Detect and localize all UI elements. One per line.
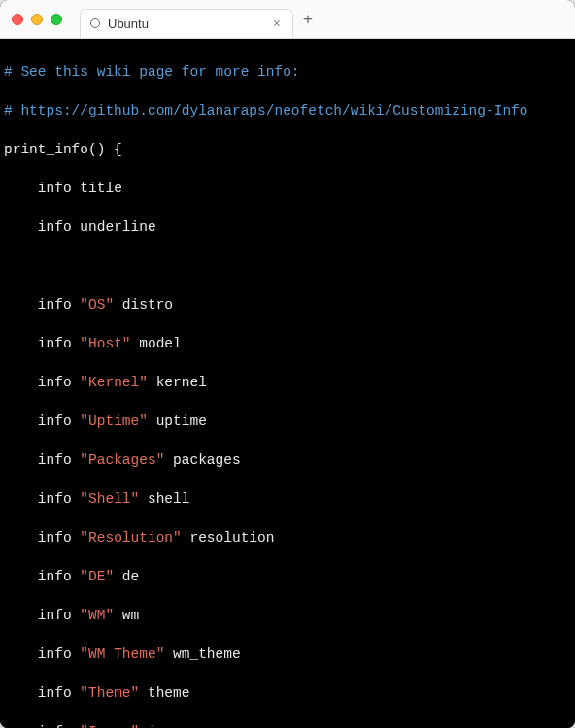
close-window-button[interactable] bbox=[12, 14, 23, 25]
var: theme bbox=[148, 685, 190, 701]
code-call: info underline bbox=[38, 219, 156, 235]
var: packages bbox=[173, 452, 241, 468]
str: "Icons" bbox=[80, 724, 139, 728]
var: de bbox=[122, 569, 139, 584]
kw-info: info bbox=[38, 685, 72, 701]
close-tab-icon[interactable]: × bbox=[273, 17, 281, 30]
var: distro bbox=[122, 297, 173, 313]
kw-info: info bbox=[38, 724, 72, 728]
str: "Packages" bbox=[80, 452, 164, 468]
str: "Kernel" bbox=[80, 375, 148, 390]
var: shell bbox=[148, 491, 190, 507]
var: uptime bbox=[156, 414, 207, 429]
kw-info: info bbox=[38, 608, 72, 623]
var: kernel bbox=[156, 375, 207, 390]
str: "Shell" bbox=[80, 491, 139, 507]
minimize-window-button[interactable] bbox=[31, 14, 43, 25]
str: "Host" bbox=[80, 336, 130, 351]
terminal-window: Ubuntu × + # See this wiki page for more… bbox=[0, 0, 575, 728]
kw-info: info bbox=[38, 414, 72, 429]
str: "Theme" bbox=[80, 685, 139, 701]
var: wm bbox=[122, 608, 139, 623]
var: wm_theme bbox=[173, 646, 241, 662]
kw-info: info bbox=[38, 297, 72, 313]
window-controls bbox=[12, 14, 62, 25]
tab-title: Ubuntu bbox=[108, 17, 265, 31]
kw-info: info bbox=[38, 491, 72, 507]
tab-ubuntu[interactable]: Ubuntu × bbox=[80, 9, 293, 38]
str: "OS" bbox=[80, 297, 114, 313]
tab-favicon bbox=[90, 18, 100, 28]
kw-info: info bbox=[38, 530, 72, 546]
var: icons bbox=[148, 724, 190, 728]
zoom-window-button[interactable] bbox=[51, 14, 62, 25]
code-call: info title bbox=[38, 181, 122, 196]
code-comment: # https://github.com/dylanaraps/neofetch… bbox=[4, 103, 528, 118]
str: "WM" bbox=[80, 608, 114, 623]
new-tab-button[interactable]: + bbox=[303, 11, 313, 27]
str: "Resolution" bbox=[80, 530, 181, 546]
var: resolution bbox=[189, 530, 274, 546]
kw-info: info bbox=[38, 336, 72, 351]
kw-info: info bbox=[38, 646, 72, 662]
code-fn-open: print_info() { bbox=[4, 142, 122, 157]
terminal-body[interactable]: # See this wiki page for more info: # ht… bbox=[0, 39, 575, 728]
str: "WM Theme" bbox=[80, 646, 164, 662]
code-comment: # See this wiki page for more info: bbox=[4, 64, 300, 80]
str: "DE" bbox=[80, 569, 114, 584]
str: "Uptime" bbox=[80, 414, 148, 429]
kw-info: info bbox=[38, 452, 72, 468]
kw-info: info bbox=[38, 569, 72, 584]
var: model bbox=[139, 336, 182, 351]
titlebar: Ubuntu × + bbox=[0, 0, 575, 39]
kw-info: info bbox=[38, 375, 72, 390]
